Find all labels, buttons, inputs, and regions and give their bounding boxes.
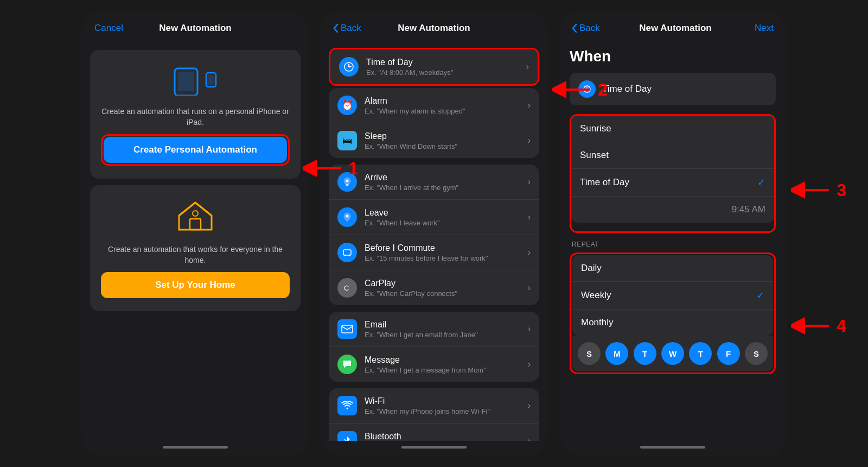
email-icon [337,319,357,339]
commute-text: Before I Commute Ex. "15 minutes before … [365,243,520,262]
leave-item[interactable]: Leave Ex. "When I leave work" › [329,200,539,235]
selected-trigger-label: Time of Day [602,84,652,94]
screen1-nav: Cancel New Automation [81,11,309,41]
arrive-title: Arrive [365,173,520,182]
arrive-sub: Ex. "When I arrive at the gym" [365,184,520,192]
alarm-chevron: › [528,100,531,110]
messaging-section: Email Ex. "When I get an email from Jane… [329,312,539,382]
arrive-icon [337,172,357,192]
screen2-back-button[interactable]: Back [333,23,371,34]
selected-trigger-row: Time of Day [570,73,776,105]
day-sunday[interactable]: S [578,342,601,365]
screen2-nav-title: New Automation [371,23,497,34]
sunset-option[interactable]: Sunset [571,142,774,169]
day-friday[interactable]: F [717,342,740,365]
day-thursday[interactable]: T [689,342,712,365]
carplay-icon: C [337,278,357,298]
screen1-content: Create an automation that runs on a pers… [81,41,309,441]
wifi-sub: Ex. "When my iPhone joins home Wi-Fi" [365,407,520,415]
back-label-3: Back [579,23,600,34]
arrive-item[interactable]: Arrive Ex. "When I arrive at the gym" › [329,165,539,200]
day-saturday[interactable]: S [745,342,768,365]
devices-icon [174,63,217,100]
cancel-button[interactable]: Cancel [94,23,127,34]
screen2-list-content: Time of Day Ex. "At 8:00 AM, weekdays" ›… [320,41,548,441]
screen1: Cancel New Automation [81,11,309,456]
svg-rect-18 [342,325,353,333]
email-item[interactable]: Email Ex. "When I get an email from Jane… [329,312,539,347]
alarm-sub: Ex. "When my alarm is stopped" [365,107,520,115]
carplay-item[interactable]: C CarPlay Ex. "When CarPlay connects" › [329,270,539,305]
setup-home-button[interactable]: Set Up Your Home [101,272,290,298]
message-sub: Ex. "When I get a message from Mom" [365,366,520,374]
personal-desc: Create an automation that runs on a pers… [101,106,290,128]
day-tuesday[interactable]: T [634,342,656,365]
time-of-day-item[interactable]: Time of Day Ex. "At 8:00 AM, weekdays" › [330,49,538,84]
daily-label: Daily [581,263,602,274]
repeat-label: REPEAT [570,241,776,248]
svg-rect-3 [208,75,214,85]
svg-point-15 [344,255,346,256]
personal-automation-card: Create an automation that runs on a pers… [90,50,301,179]
time-options-outline: Sunrise Sunset Time of Day ✓ 9:45 AM [570,114,776,233]
time-of-day-option[interactable]: Time of Day ✓ [571,169,774,197]
bluetooth-title: Bluetooth [365,432,520,441]
sunrise-label: Sunrise [580,123,611,134]
time-of-day-option-label: Time of Day [580,177,629,188]
alarm-item[interactable]: ⏰ Alarm Ex. "When my alarm is stopped" › [329,88,539,123]
annotation-4: 4 [837,316,846,336]
commute-title: Before I Commute [365,243,520,253]
screen2-nav: Back New Automation [320,11,548,41]
days-row: S M T W T F S [572,336,773,371]
time-of-day-icon [339,57,359,77]
commute-chevron: › [528,248,531,257]
time-of-day-sub: Ex. "At 8:00 AM, weekdays" [366,68,519,77]
commute-item[interactable]: Before I Commute Ex. "15 minutes before … [329,235,539,270]
day-monday[interactable]: M [605,342,628,365]
alarm-title: Alarm [365,96,520,106]
monthly-option[interactable]: Monthly [572,310,773,336]
wifi-chevron: › [528,401,531,411]
home-indicator-2 [401,446,467,449]
message-item[interactable]: Message Ex. "When I get a message from M… [329,347,539,382]
carplay-text: CarPlay Ex. "When CarPlay connects" [365,279,520,298]
time-of-day-title: Time of Day [366,58,519,67]
screen3-wrapper: Back New Automation Next When [559,11,787,456]
when-title: When [570,48,776,65]
wifi-text: Wi-Fi Ex. "When my iPhone joins home Wi-… [365,396,520,415]
wifi-title: Wi-Fi [365,396,520,406]
weekly-label: Weekly [581,290,611,301]
wifi-item[interactable]: Wi-Fi Ex. "When my iPhone joins home Wi-… [329,388,539,424]
home-automation-card: Create an automation that works for ever… [90,185,301,311]
home-indicator-3 [640,446,705,449]
home-indicator-1 [163,446,228,449]
email-text: Email Ex. "When I get an email from Jane… [365,320,520,339]
home-desc: Create an automation that works for ever… [101,244,290,266]
time-options-group: Sunrise Sunset Time of Day ✓ 9:45 AM [571,116,774,223]
svg-point-10 [346,180,349,182]
screen2-wrapper: Back New Automation [320,11,548,456]
sunrise-option[interactable]: Sunrise [571,116,774,142]
leave-title: Leave [365,208,520,218]
day-wednesday[interactable]: W [661,342,684,365]
svg-point-16 [349,255,350,256]
message-chevron: › [528,359,531,369]
screen3-back-button[interactable]: Back [572,23,610,34]
time-value-row[interactable]: 9:45 AM [571,197,774,223]
sleep-item[interactable]: 🛏 Sleep Ex. "When Wind Down starts" › [329,123,539,158]
carplay-sub: Ex. "When CarPlay connects" [365,289,520,298]
email-title: Email [365,320,520,330]
leave-sub: Ex. "When I leave work" [365,219,520,227]
weekly-option[interactable]: Weekly ✓ [572,282,773,310]
connectivity-section: Wi-Fi Ex. "When my iPhone joins home Wi-… [329,388,539,441]
svg-point-13 [346,215,349,218]
carplay-title: CarPlay [365,279,520,288]
create-personal-button[interactable]: Create Personal Automation [104,137,287,163]
screen1-wrapper: Cancel New Automation [81,11,309,456]
weekly-check: ✓ [756,289,764,301]
email-sub: Ex. "When I get an email from Jane" [365,331,520,339]
next-button[interactable]: Next [741,23,774,34]
daily-option[interactable]: Daily [572,255,773,282]
home-bar-2 [320,441,548,456]
bluetooth-item[interactable]: Bluetooth Ex. "When my Bluetooth connect… [329,424,539,441]
